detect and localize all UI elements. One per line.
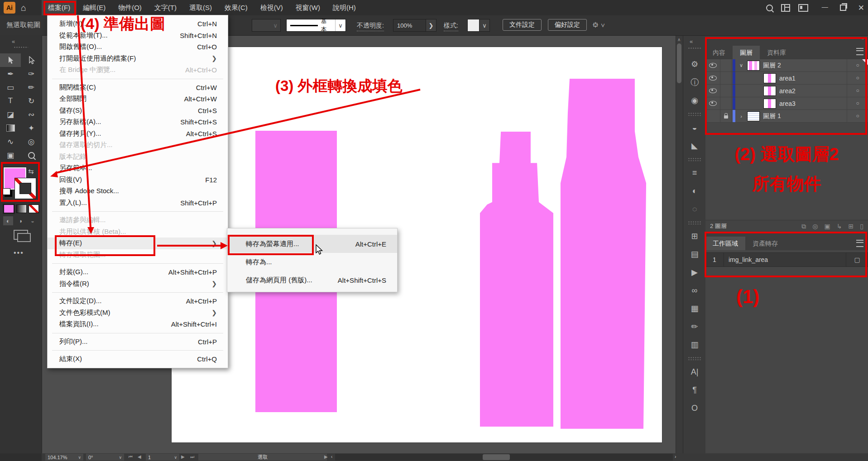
last-artboard-icon[interactable]: ⏭ <box>190 454 194 460</box>
curvature-tool[interactable]: ✑ <box>21 67 42 81</box>
rotation-dropdown[interactable]: 0°∨ <box>86 454 124 461</box>
appearance-icon[interactable]: ◉ <box>683 91 706 109</box>
eyedropper-tool[interactable]: ✦ <box>21 121 42 135</box>
selection-tool[interactable] <box>0 53 21 67</box>
preferences-button[interactable]: 偏好設定 <box>548 19 587 31</box>
brushes-icon[interactable]: ✏ <box>683 318 706 336</box>
lock-cell[interactable] <box>720 85 732 97</box>
file-menu-item[interactable]: 開啟舊檔(O)...Ctrl+O <box>48 41 228 53</box>
pen-tool[interactable]: ✒ <box>0 67 21 81</box>
restore-button[interactable] <box>840 5 846 11</box>
transparency-icon[interactable]: ◐ <box>683 182 706 200</box>
menubar-item-4[interactable]: 文字(T) <box>148 0 183 15</box>
shape-builder-tool[interactable]: ◎ <box>21 135 42 148</box>
document-setup-button[interactable]: 文件設定 <box>503 19 542 31</box>
layer-target-icon[interactable]: ○ <box>847 85 868 97</box>
artboard-page-icon[interactable]: ▢ <box>846 253 868 266</box>
layer-name[interactable]: 圖層 1 <box>763 112 847 120</box>
layers-panel-menu-icon[interactable] <box>856 48 863 55</box>
menubar-item-9[interactable]: 說明(H) <box>326 0 362 15</box>
layer-name[interactable]: area1 <box>779 75 847 82</box>
export-submenu-item[interactable]: 轉存為螢幕適用...Alt+Ctrl+E <box>227 235 397 253</box>
file-menu-item[interactable]: 轉存選取範圍... <box>48 249 228 261</box>
menubar-item-8[interactable]: 視窗(W) <box>289 0 326 15</box>
file-menu-item[interactable]: 檔案資訊(I)...Alt+Shift+Ctrl+I <box>48 318 228 330</box>
file-menu-item[interactable]: 儲存選取的切片... <box>48 139 228 151</box>
file-menu-item[interactable]: 回復(V)F12 <box>48 174 228 186</box>
pink-bottle-shape-2[interactable] <box>559 77 647 430</box>
layer-thumbnail[interactable] <box>763 86 776 96</box>
file-menu-item[interactable]: 另存新檔(A)...Shift+Ctrl+S <box>48 116 228 128</box>
workspace-switcher-icon[interactable] <box>781 4 790 12</box>
layer-target-icon[interactable]: ○ <box>847 110 868 122</box>
layer-chevron-icon[interactable]: › <box>735 114 747 119</box>
minimize-button[interactable]: — <box>822 3 828 13</box>
horizontal-scroll-thumb[interactable] <box>483 454 510 460</box>
lock-cell[interactable] <box>720 110 732 122</box>
chevron-down-icon[interactable]: ∨ <box>335 19 345 31</box>
file-menu-item[interactable]: 全部關閉Alt+Ctrl+W <box>48 93 228 105</box>
paragraph-icon[interactable]: ¶ <box>683 381 706 399</box>
lock-icon[interactable] <box>724 115 728 119</box>
zoom-tool[interactable] <box>21 148 42 162</box>
file-menu-item[interactable]: 另存範本... <box>48 162 228 174</box>
layer-row[interactable]: area3○ <box>705 97 868 110</box>
layer-name[interactable]: 圖層 2 <box>763 62 847 70</box>
file-menu-item[interactable]: 搜尋 Adobe Stock... <box>48 185 228 197</box>
lock-cell[interactable] <box>720 59 732 71</box>
arrange-documents-icon[interactable] <box>798 4 808 12</box>
visibility-cell[interactable] <box>705 97 720 109</box>
file-menu-item[interactable]: 儲存拷貝(Y)...Alt+Ctrl+S <box>48 128 228 140</box>
eye-icon[interactable] <box>709 63 717 68</box>
locate-object-icon[interactable]: ◎ <box>812 223 818 230</box>
file-menu-item[interactable]: 文件色彩模式(M)❯ <box>48 307 228 319</box>
vertical-scrollbar[interactable]: ∧ <box>676 35 683 453</box>
color-icon[interactable]: ◒ <box>683 119 706 137</box>
scroll-up-icon[interactable]: ∧ <box>677 37 681 42</box>
gradient-icon[interactable]: ◣ <box>683 137 706 155</box>
edit-toolbar-icon[interactable]: ••• <box>14 249 24 257</box>
first-artboard-icon[interactable]: ⏮ <box>129 454 133 460</box>
home-icon[interactable]: ⌂ <box>21 2 26 13</box>
layer-row[interactable]: area2○ <box>705 85 868 97</box>
artboard-tool[interactable]: ▣ <box>0 148 21 162</box>
layer-row[interactable]: ›圖層 1○ <box>705 110 868 123</box>
rotate-tool[interactable]: ↻ <box>21 94 42 108</box>
default-fill-stroke-icon[interactable] <box>3 188 10 195</box>
color-mode-button[interactable] <box>4 204 14 213</box>
close-button[interactable]: ✕ <box>858 3 864 13</box>
tab-資產轉存[interactable]: 資產轉存 <box>745 237 785 250</box>
gradient-tool[interactable] <box>0 121 21 135</box>
artboard-row[interactable]: 1 img_link_area ▢ <box>705 252 868 267</box>
eye-icon[interactable] <box>709 88 717 93</box>
layer-thumbnail[interactable] <box>763 99 776 109</box>
visibility-cell[interactable] <box>705 85 720 97</box>
eye-icon[interactable] <box>709 101 717 106</box>
layer-thumbnail[interactable] <box>747 61 760 71</box>
screen-mode-icon[interactable] <box>14 230 28 240</box>
layer-chevron-icon[interactable]: ∨ <box>735 62 747 68</box>
tab-內容[interactable]: 內容 <box>705 46 733 59</box>
type-tool[interactable]: T <box>0 94 21 108</box>
opacity-more-button[interactable]: ❯ <box>426 19 436 32</box>
artboard-name[interactable]: img_link_area <box>724 256 846 263</box>
layer-target-icon[interactable]: ○ <box>847 97 868 109</box>
draw-inside-icon[interactable]: ◒ <box>28 216 38 225</box>
tab-圖層[interactable]: 圖層 <box>733 46 760 59</box>
actions-icon[interactable]: ▶ <box>683 263 706 281</box>
file-menu-item[interactable]: 列印(P)...Ctrl+P <box>48 336 228 348</box>
none-mode-button[interactable] <box>29 204 39 213</box>
opacity-label[interactable]: 不透明度: <box>357 22 384 31</box>
layer-thumbnail[interactable] <box>747 111 760 121</box>
illustrator-logo-icon[interactable]: Ai <box>4 2 15 14</box>
file-menu-item[interactable]: 結束(X)Ctrl+Q <box>48 353 228 365</box>
vertical-scroll-thumb[interactable] <box>677 43 681 83</box>
symbols-icon[interactable]: ⚙ <box>683 55 706 73</box>
direct-selection-tool[interactable] <box>21 53 42 67</box>
graphic-styles-icon[interactable]: ▥ <box>683 336 706 354</box>
layer-name[interactable]: area3 <box>779 100 847 107</box>
style-swatch[interactable] <box>467 19 480 32</box>
eraser-tool[interactable]: ◪ <box>0 108 21 121</box>
artboards-panel-menu-icon[interactable] <box>856 240 863 247</box>
export-submenu-item[interactable]: 轉存為... <box>227 253 397 271</box>
